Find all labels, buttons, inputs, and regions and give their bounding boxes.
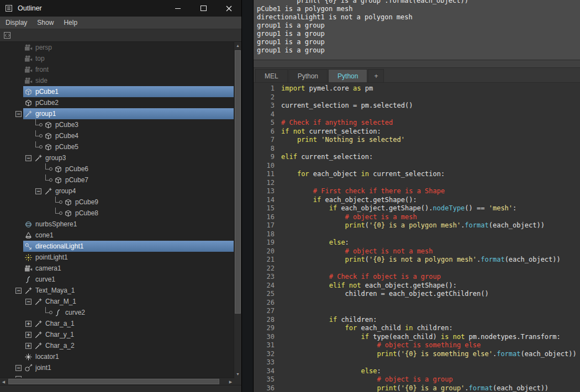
horizontal-scrollbar[interactable]: ◀ ▶ (0, 378, 234, 385)
line-number: 3 (254, 102, 281, 110)
tab-mel-0[interactable]: MEL (255, 69, 288, 82)
filter-icon[interactable] (2, 31, 12, 40)
outliner-row-Char_a_1[interactable]: +Char_a_1 (0, 318, 234, 329)
outliner-row-pCube4[interactable]: pCube4 (0, 130, 234, 141)
script-input[interactable]: 1import pymel.core as pm23current_select… (254, 83, 580, 392)
outliner-row-locator1[interactable]: locator1 (0, 351, 234, 362)
outliner-row-pointLight1[interactable]: pointLight1 (0, 252, 234, 263)
outliner-row-group4[interactable]: −group4 (0, 186, 234, 197)
outliner-row-side[interactable]: side (0, 75, 234, 86)
code-line: 23 # Check if object is a group (254, 273, 580, 282)
outliner-row-front[interactable]: front (0, 64, 234, 75)
outliner-row-pCube7[interactable]: pCube7 (0, 174, 234, 186)
outliner-row-nurbsSphere1[interactable]: nurbsSphere1 (0, 219, 234, 230)
script-output[interactable]: print('{0} is a group'.format(each_objec… (254, 0, 580, 60)
output-line: group1 is a group (257, 22, 577, 30)
outliner-row-Text_Maya_1[interactable]: −Text_Maya_1 (0, 285, 234, 296)
outliner-row-pCube3[interactable]: pCube3 (0, 119, 234, 130)
code-text: elif current_selection: (281, 153, 373, 162)
scrollbar-corner (234, 378, 241, 385)
transform-icon (34, 297, 43, 306)
outliner-row-camera1[interactable]: camera1 (0, 263, 234, 274)
code-line: 26 (254, 299, 580, 308)
outliner-titlebar[interactable]: Outliner (0, 0, 241, 17)
collapse-toggle-icon[interactable]: − (15, 288, 22, 294)
outliner-row-partial[interactable]: − (0, 373, 234, 378)
outliner-row-group1[interactable]: −group1 (0, 108, 234, 119)
outliner-row-directionalLight1[interactable]: directionalLight1 (0, 241, 234, 252)
outliner-row-pCube8[interactable]: pCube8 (0, 208, 234, 219)
collapse-toggle-icon[interactable]: − (25, 299, 31, 305)
line-number: 24 (254, 282, 281, 290)
node-label: joint1 (35, 364, 51, 372)
outliner-row-pCube5[interactable]: pCube5 (0, 141, 234, 152)
maximize-button[interactable] (191, 0, 216, 17)
expand-toggle-icon[interactable]: + (25, 332, 31, 338)
outliner-row-group3[interactable]: −group3 (0, 152, 234, 163)
hscroll-track[interactable] (7, 378, 227, 385)
collapse-toggle-icon[interactable]: − (15, 365, 22, 371)
menu-item-display[interactable]: Display (6, 19, 27, 27)
scroll-down-icon[interactable]: ▼ (234, 370, 241, 378)
line-number: 35 (254, 375, 281, 384)
close-button[interactable] (216, 0, 241, 17)
outliner-row-top[interactable]: top (0, 53, 234, 64)
code-line: 11 for each_object in current_selection: (254, 170, 580, 179)
outliner-row-curve1[interactable]: curve1 (0, 274, 234, 285)
outliner-row-pCube6[interactable]: pCube6 (0, 163, 234, 174)
outliner-row-pCube9[interactable]: pCube9 (0, 197, 234, 208)
collapse-toggle-icon[interactable]: − (35, 188, 41, 194)
outliner-row-pCube2[interactable]: pCube2 (0, 97, 234, 108)
transform-icon (34, 153, 43, 162)
new-tab-button[interactable]: + (368, 69, 384, 82)
tree-connector (43, 163, 53, 174)
transform-icon (44, 187, 52, 195)
mesh-cube-icon (44, 142, 52, 151)
output-line: group1 is a group (257, 38, 577, 46)
mesh-cube-icon (64, 209, 72, 218)
outliner-row-curve2[interactable]: curve2 (0, 307, 234, 318)
tree-indent: − (14, 155, 33, 161)
code-text: # object is a group (281, 375, 453, 384)
code-text: print('{0} is a group'.format(each_objec… (281, 384, 549, 392)
outliner-row-pCube1[interactable]: pCube1 (0, 86, 234, 97)
expand-toggle-icon[interactable]: + (25, 343, 31, 349)
code-line: 33 (254, 358, 580, 367)
menu-item-show[interactable]: Show (37, 19, 54, 27)
outliner-row-cone1[interactable]: cone1 (0, 230, 234, 241)
line-number: 2 (254, 93, 281, 102)
outliner-row-persp[interactable]: persp (0, 42, 234, 53)
node-label: pointLight1 (35, 253, 68, 261)
outliner-row-Char_a_2[interactable]: +Char_a_2 (0, 340, 234, 351)
collapse-toggle-icon[interactable]: − (25, 155, 31, 161)
vscroll-track[interactable] (234, 49, 241, 370)
tab-python-2[interactable]: Python (328, 69, 367, 82)
cone-icon (24, 231, 33, 240)
tab-python-1[interactable]: Python (288, 69, 328, 82)
script-tabs: MELPythonPython+ (254, 68, 580, 83)
code-text: for each_child in children: (281, 324, 453, 333)
tree-connector (33, 130, 43, 141)
outliner-row-Char_M_1[interactable]: −Char_M_1 (0, 296, 234, 307)
minimize-button[interactable] (165, 0, 191, 17)
line-number: 29 (254, 324, 281, 333)
vscroll-thumb[interactable] (235, 50, 241, 314)
node-label: directionalLight1 (35, 242, 83, 250)
line-number: 14 (254, 196, 281, 205)
node-label: camera1 (35, 264, 61, 272)
outliner-row-Char_y_1[interactable]: +Char_y_1 (0, 329, 234, 340)
hscroll-thumb[interactable] (8, 379, 219, 384)
window-bottom-edge (0, 385, 241, 392)
vertical-scrollbar[interactable]: ▲ ▼ (234, 42, 241, 378)
code-line: 29 for each_child in children: (254, 324, 580, 333)
directional-light-icon (24, 242, 33, 251)
expand-toggle-icon[interactable]: + (25, 321, 31, 327)
pane-splitter[interactable] (254, 60, 580, 68)
scroll-up-icon[interactable]: ▲ (234, 42, 241, 49)
code-text: elif not each_object.getShape(): (281, 282, 457, 290)
code-line: 32 print('{0} is something else'.format(… (254, 350, 580, 359)
node-label: nurbsSphere1 (35, 220, 77, 228)
menu-item-help[interactable]: Help (64, 19, 77, 27)
collapse-toggle-icon[interactable]: − (15, 111, 22, 117)
outliner-row-joint1[interactable]: −joint1 (0, 362, 234, 373)
